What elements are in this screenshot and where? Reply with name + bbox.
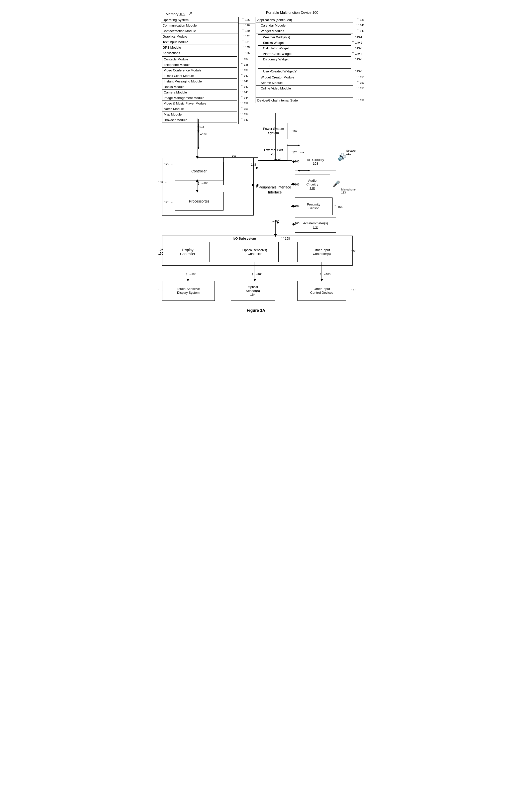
speaker-icon: 🔊 (338, 153, 346, 161)
other-input-controllers-box: Other InputController(s) (298, 242, 346, 262)
memory-app-email: E-mail Client Module ⌒ 140 (163, 73, 237, 79)
memory-row-gps: GPS Module ⌒ 135 (161, 45, 238, 50)
pmd-row-widgets-header: Widget Modules ⌒ 149 (256, 28, 353, 34)
mem-down-ref: ↩103 (197, 125, 204, 129)
mem-periph-top-arrow2: → 103 (273, 157, 281, 160)
pmd-widget-dict: Dictionary Widget ⌒ 149-5 (258, 57, 351, 62)
pmd-widget-stocks: Stocks Widget ⌒ 149-2 (258, 40, 351, 45)
memory-app-contacts: Contacts Module ⌒ 137 (163, 57, 237, 62)
ctrl-proc-arrow-ref: ↩103 (202, 182, 208, 185)
microphone-icon: 🎤 (332, 181, 340, 187)
pmd-widget-calc: Calculator Widget ⌒ 149-3 (258, 45, 351, 51)
other-input-devices-box: Other InputControl Devices (298, 281, 346, 301)
main-board-ref-104: 104 → (158, 181, 167, 184)
memory-row-comm: Communication Module ⌒ 128 (161, 23, 238, 28)
disp-touch-ref: ↩103 (189, 273, 196, 276)
pmd-row-calendar: Calendar Module ⌒ 148 (256, 23, 353, 28)
other-ctrl-dev-arrow: ↕ (320, 272, 322, 276)
display-ref2: 156 (158, 252, 164, 256)
memory-label: Memory 102 (166, 12, 186, 16)
memory-row-graphics: Graphics Module ⌒ 132 (161, 34, 238, 39)
memory-app-notes: Notes Module ⌒ 153 (163, 106, 237, 112)
memory-row-contact: Contact/Motion Module ⌒ 130 (161, 28, 238, 34)
memory-app-camera: Camera Module ⌒ 143 (163, 90, 237, 95)
memory-row-apps-header: Applications ⌒ 136 (161, 50, 238, 56)
pmd-ref: 100 (312, 11, 318, 15)
controller-ref: 122 → (165, 163, 173, 166)
audio-circuitry-box: AudioCircuitry110 (295, 174, 330, 194)
processor-ref: 120 → (165, 201, 173, 204)
processor-box: Processor(s) (175, 192, 224, 210)
controller-box: Controller (175, 162, 224, 181)
ctrl-proc-arrow: ↕ (197, 181, 200, 185)
periph-audio-arrow: ↔103 (292, 183, 300, 186)
periph-ref: 118 (251, 163, 256, 166)
proximity-sensor-box: ProximitySensor (295, 198, 332, 215)
memory-row-os: Operating System ⌒ 126 (161, 17, 238, 23)
memory-box: Operating System ⌒ 126 Communication Mod… (161, 17, 239, 124)
pmd-widget-usercreated: User-Created Widget(s) ⌒ 149-6 (258, 69, 351, 74)
other-ctrl-ref: ⌒ 160 (347, 249, 356, 254)
accelerometers-box: Accelerometer(s)168 (295, 218, 336, 232)
optical-sensors-box: OpticalSensor(s)164 (231, 281, 275, 301)
memory-row-textinput: Text Input Module ⌒ 134 (161, 39, 238, 45)
io-subsystem-label: I/O Subsystem (233, 237, 256, 240)
power-ref: ⌒ 162 (289, 129, 298, 134)
memory-app-imagemgmt: Image Management Module ⌒ 144 (163, 95, 237, 101)
pmd-widget-alarm: Alarm Clock Widget ⌒ 149-4 (258, 51, 351, 57)
memory-app-map: Map Module ⌒ 154 (163, 112, 237, 117)
periph-prox-arrow: ↔103 (292, 204, 300, 207)
optical-controller-box: Optical sensor(s)Controller (231, 242, 279, 262)
opt-ctrl-sensor-ref: ↩103 (255, 273, 262, 276)
peripherals-box: Peripherals Interface Interface (258, 161, 292, 219)
disp-touch-arrow: ↕ (186, 272, 187, 276)
touch-display-ref: 112 (158, 288, 164, 292)
pmd-row-widgetcreator: Widget Creator Module ⌒ 150 (256, 75, 353, 80)
touch-display-box: Touch-SensitiveDisplay System (162, 281, 215, 301)
pmd-row-dots2: ⋮ (256, 91, 353, 98)
proximity-ref: ⌒ 166 (334, 205, 343, 209)
pmd-row-globalstate: Device/Global Internal State ⌒ 157 (256, 98, 353, 103)
pmd-box: Applications (continued) ⌒ 136 Calendar … (255, 17, 353, 103)
opt-ctrl-sensor-arrow: ↕ (252, 272, 253, 276)
other-ctrl-dev-ref: ↩103 (324, 273, 330, 276)
memory-app-im: Instant Messaging Module ⌒ 141 (163, 79, 237, 84)
memory-ref: 102 (179, 12, 185, 16)
pmd-row-appscont: Applications (continued) ⌒ 136 (256, 17, 353, 23)
other-dev-ref: ⌒ 116 (347, 288, 356, 293)
memory-app-videomusic: Video & Music Player Module ⌒ 152 (163, 101, 237, 106)
figure-caption: Figure 1A (158, 308, 354, 313)
periph-accel-arrow: →103 (292, 222, 300, 225)
microphone-label: Microphone113 (341, 188, 356, 194)
pmd-row-onlinevideo: Online Video Module ⌒ 155 (256, 86, 353, 91)
pmd-widget-dots: ⋮ (258, 62, 351, 69)
speaker-label: Speaker111 (346, 149, 357, 155)
periph-rf-arrow: →103 (292, 160, 300, 163)
power-system-box: Power System System (260, 123, 287, 139)
memory-app-telephone: Telephone Module ⌒ 138 (163, 62, 237, 68)
pmd-widget-weather: Weather Widget(s) ⌒ 149-1 (258, 35, 351, 40)
display-controller-box: DisplayController (166, 242, 210, 262)
pmd-row-search: Search Module ⌒ 151 (256, 80, 353, 86)
memory-app-videoconf: Video Conference Module ⌒ 139 (163, 68, 237, 73)
mem-periph-top-arrow: → 103 (229, 154, 236, 157)
io-subsystem-ref: ⌒ 158 (281, 237, 290, 241)
memory-app-books: Books Module ⌒ 142 (163, 84, 237, 90)
memory-arrow: ↗ (188, 11, 192, 16)
display-ref: 106 → (158, 248, 167, 251)
rf-circuitry-box: RF Circuitry108 (295, 153, 336, 170)
periph-io-arrow: ↓↩103 (271, 220, 280, 223)
pmd-label: Portable Multifunction Device 100 (266, 11, 319, 15)
